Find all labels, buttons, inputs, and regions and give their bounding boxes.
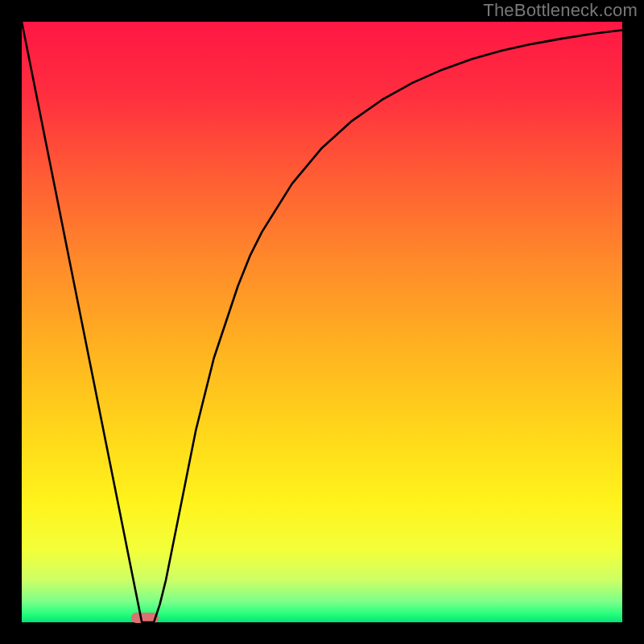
chart-plot-area xyxy=(22,22,622,622)
chart-svg xyxy=(0,0,644,644)
chart-container: TheBottleneck.com xyxy=(0,0,644,644)
